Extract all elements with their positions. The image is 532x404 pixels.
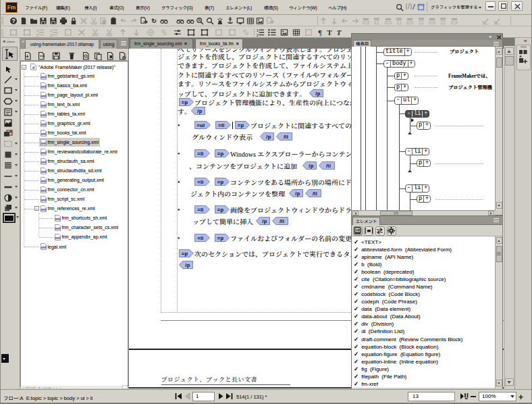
svg-text:?: ?: [11, 18, 15, 24]
svg-text:¶: ¶: [318, 28, 321, 36]
svg-text:↻: ↻: [151, 18, 157, 24]
svg-text:xml: xml: [41, 180, 47, 183]
svg-text:2: 2: [36, 33, 38, 36]
svg-text:=p: =p: [181, 251, 188, 257]
svg-text:=li: =li: [218, 122, 224, 128]
svg-text:=ul: =ul: [197, 122, 205, 128]
svg-text:xml: xml: [41, 189, 47, 193]
svg-text:=li: =li: [197, 207, 203, 213]
svg-text:T: T: [337, 29, 342, 36]
svg-text:xml: xml: [41, 123, 47, 126]
svg-text:xml: xml: [41, 170, 47, 174]
svg-text:xml: xml: [41, 95, 47, 98]
svg-text:xml: xml: [41, 113, 47, 117]
svg-text:xml: xml: [41, 85, 47, 89]
svg-text:=p: =p: [181, 99, 188, 105]
svg-text:/li: /li: [280, 218, 284, 224]
svg-text:xml: xml: [41, 104, 47, 107]
svg-text:/p: /p: [185, 262, 190, 268]
svg-text:xml: xml: [41, 151, 47, 155]
svg-text:2: 2: [257, 33, 259, 36]
svg-text:=li: =li: [197, 179, 203, 185]
svg-text:=p: =p: [217, 235, 223, 241]
svg-text:xml: xml: [41, 142, 47, 145]
svg-text:/p: /p: [309, 163, 313, 169]
svg-text:xml: xml: [55, 236, 61, 240]
svg-text:T: T: [327, 29, 331, 36]
svg-text:/p: /p: [295, 191, 300, 197]
svg-text:xml: xml: [41, 246, 47, 249]
svg-text:/li: /li: [326, 163, 331, 169]
svg-text:/p: /p: [197, 108, 202, 114]
svg-text:1: 1: [257, 28, 259, 32]
svg-text:2: 2: [50, 33, 52, 36]
svg-text:/p: /p: [266, 134, 271, 140]
svg-text:/li: /li: [284, 134, 288, 140]
svg-text:=p: =p: [237, 122, 244, 128]
svg-text:1: 1: [36, 28, 38, 32]
svg-text:xml: xml: [55, 218, 61, 221]
svg-text:=p: =p: [217, 207, 223, 213]
svg-text:/li: /li: [313, 191, 317, 197]
svg-text:=li: =li: [197, 235, 203, 241]
svg-text:xml: xml: [55, 227, 61, 230]
svg-text:xml: xml: [41, 208, 47, 211]
svg-text:xml: xml: [41, 199, 47, 202]
svg-text:=li: =li: [197, 151, 203, 157]
svg-text:/p: /p: [315, 91, 320, 97]
svg-text:A: A: [198, 18, 201, 22]
svg-text:=p: =p: [217, 151, 223, 157]
svg-text:/p: /p: [262, 218, 267, 224]
svg-text:xml: xml: [41, 132, 47, 136]
svg-text:1: 1: [50, 28, 52, 32]
svg-text:=p: =p: [217, 179, 223, 185]
svg-text:xml: xml: [41, 76, 47, 79]
svg-text:xml: xml: [41, 161, 47, 164]
